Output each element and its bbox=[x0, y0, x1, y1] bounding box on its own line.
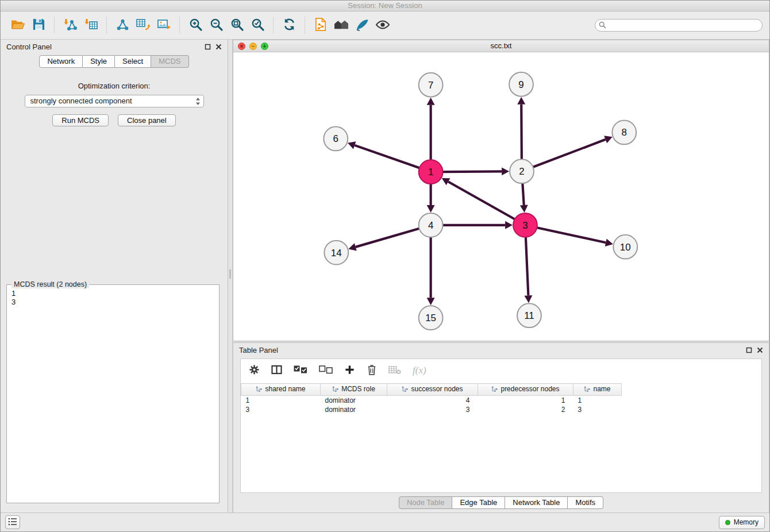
edge-2-9[interactable] bbox=[521, 105, 522, 160]
close-panel-button[interactable] bbox=[215, 44, 222, 50]
search-input[interactable] bbox=[595, 19, 763, 32]
table-cell[interactable]: dominator bbox=[321, 395, 387, 405]
delete-row-button[interactable] bbox=[367, 364, 377, 377]
float-panel-button[interactable] bbox=[746, 347, 752, 353]
tab-mcds[interactable]: MCDS bbox=[151, 55, 188, 68]
network-window: × − + scc.txt 7968124314101511 bbox=[233, 40, 769, 341]
table-cell[interactable]: 1 bbox=[241, 395, 321, 405]
run-mcds-button[interactable]: Run MCDS bbox=[52, 114, 109, 126]
node-label: 2 bbox=[519, 166, 524, 177]
close-panel-action-button[interactable]: Close panel bbox=[118, 114, 176, 126]
memory-button[interactable]: Memory bbox=[719, 516, 765, 529]
edge-3-1[interactable] bbox=[448, 182, 515, 219]
table-row[interactable]: 3dominator323 bbox=[241, 405, 622, 414]
table-cell[interactable]: 3 bbox=[241, 405, 321, 414]
table-cell[interactable]: 3 bbox=[573, 405, 622, 414]
graph-node-14[interactable]: 14 bbox=[324, 241, 348, 265]
zoom-fit-button[interactable] bbox=[226, 15, 247, 36]
edge-1-2[interactable] bbox=[443, 171, 502, 172]
show-columns-button[interactable] bbox=[271, 365, 282, 376]
graph-node-9[interactable]: 9 bbox=[509, 72, 533, 97]
edge-4-14[interactable] bbox=[356, 229, 419, 247]
network-canvas[interactable]: 7968124314101511 bbox=[233, 52, 769, 341]
close-panel-button[interactable] bbox=[757, 347, 763, 353]
tab-style[interactable]: Style bbox=[83, 55, 115, 68]
splitter-grip[interactable] bbox=[229, 269, 231, 279]
graph-node-8[interactable]: 8 bbox=[612, 121, 636, 145]
add-row-button[interactable] bbox=[344, 364, 355, 377]
toolbar-separator bbox=[305, 17, 305, 34]
import-network-button[interactable] bbox=[60, 15, 80, 36]
select-all-icon bbox=[294, 365, 307, 376]
graph-node-3[interactable]: 3 bbox=[513, 213, 537, 237]
graph-node-2[interactable]: 2 bbox=[510, 159, 534, 183]
float-panel-button[interactable] bbox=[205, 44, 211, 50]
tab-motifs[interactable]: Motifs bbox=[568, 496, 603, 509]
apply-layout-button[interactable] bbox=[279, 15, 299, 36]
close-window-button[interactable]: × bbox=[238, 43, 245, 50]
edge-2-8[interactable] bbox=[533, 140, 606, 167]
node-label: 3 bbox=[522, 220, 528, 231]
optimization-criterion-select[interactable]: strongly connected component bbox=[25, 95, 204, 107]
graph-node-10[interactable]: 10 bbox=[613, 235, 637, 259]
zoom-out-button[interactable] bbox=[206, 15, 226, 36]
network-graph[interactable]: 7968124314101511 bbox=[233, 52, 769, 341]
table-cell[interactable]: 1 bbox=[478, 395, 573, 405]
zoom-window-button[interactable]: + bbox=[261, 43, 268, 50]
column-label: predecessor nodes bbox=[500, 385, 559, 393]
table-cell[interactable]: 2 bbox=[478, 405, 573, 414]
import-table-button[interactable] bbox=[80, 15, 101, 36]
table-row[interactable]: 1dominator411 bbox=[241, 395, 622, 405]
window-controls: × − + bbox=[238, 43, 268, 50]
column-header-name[interactable]: name bbox=[573, 384, 622, 396]
task-history-button[interactable] bbox=[5, 515, 20, 529]
vertical-splitter[interactable] bbox=[228, 40, 233, 512]
tab-edge-table[interactable]: Edge Table bbox=[452, 496, 505, 509]
column-header-shared-name[interactable]: shared name bbox=[241, 384, 321, 396]
minimize-window-button[interactable]: − bbox=[249, 43, 257, 50]
export-image-button[interactable] bbox=[153, 15, 174, 36]
tab-network-table[interactable]: Network Table bbox=[505, 496, 568, 509]
zoom-in-button[interactable] bbox=[185, 15, 206, 36]
edge-3-11[interactable] bbox=[526, 237, 529, 296]
save-session-button[interactable] bbox=[28, 15, 49, 36]
graph-node-6[interactable]: 6 bbox=[324, 126, 348, 151]
column-header-MCDS-role[interactable]: MCDS role bbox=[321, 384, 387, 396]
style-brush-icon bbox=[355, 17, 369, 33]
graph-node-15[interactable]: 15 bbox=[419, 306, 443, 330]
select-all-button[interactable] bbox=[294, 365, 307, 376]
column-header-successor-nodes[interactable]: successor nodes bbox=[387, 384, 478, 396]
network-file-button[interactable] bbox=[310, 15, 331, 36]
tab-node-table[interactable]: Node Table bbox=[399, 496, 453, 509]
table-panel: Table Panel bbox=[233, 342, 769, 512]
network-window-titlebar[interactable]: × − + scc.txt bbox=[233, 40, 769, 52]
sort-icon bbox=[332, 386, 338, 392]
sort-icon bbox=[256, 386, 262, 392]
graph-node-1[interactable]: 1 bbox=[419, 160, 443, 184]
graph-node-4[interactable]: 4 bbox=[419, 213, 443, 237]
network-from-table-button[interactable] bbox=[133, 15, 153, 36]
open-session-button[interactable] bbox=[7, 15, 28, 36]
table-cell[interactable]: dominator bbox=[321, 405, 387, 414]
function-builder-button[interactable]: f(x) bbox=[413, 365, 426, 376]
unselect-all-button[interactable] bbox=[319, 365, 333, 376]
save-floppy-icon bbox=[32, 17, 46, 33]
table-cell[interactable]: 4 bbox=[387, 395, 478, 405]
edge-1-6[interactable] bbox=[355, 145, 419, 168]
column-header-predecessor-nodes[interactable]: predecessor nodes bbox=[478, 384, 573, 396]
table-cell[interactable]: 3 bbox=[387, 405, 478, 414]
delete-table-button[interactable] bbox=[388, 365, 401, 376]
tab-select[interactable]: Select bbox=[115, 55, 151, 68]
new-network-button[interactable] bbox=[112, 15, 133, 36]
edge-2-3[interactable] bbox=[522, 183, 523, 205]
home-button[interactable] bbox=[331, 15, 352, 36]
zoom-selected-button[interactable] bbox=[247, 15, 268, 36]
tab-network[interactable]: Network bbox=[39, 55, 83, 68]
apply-style-button[interactable] bbox=[352, 15, 372, 36]
table-settings-button[interactable] bbox=[249, 364, 260, 377]
edge-3-10[interactable] bbox=[537, 228, 606, 242]
show-graphics-button[interactable] bbox=[372, 15, 393, 36]
graph-node-7[interactable]: 7 bbox=[419, 73, 443, 97]
table-cell[interactable]: 1 bbox=[573, 395, 622, 405]
graph-node-11[interactable]: 11 bbox=[517, 303, 541, 327]
